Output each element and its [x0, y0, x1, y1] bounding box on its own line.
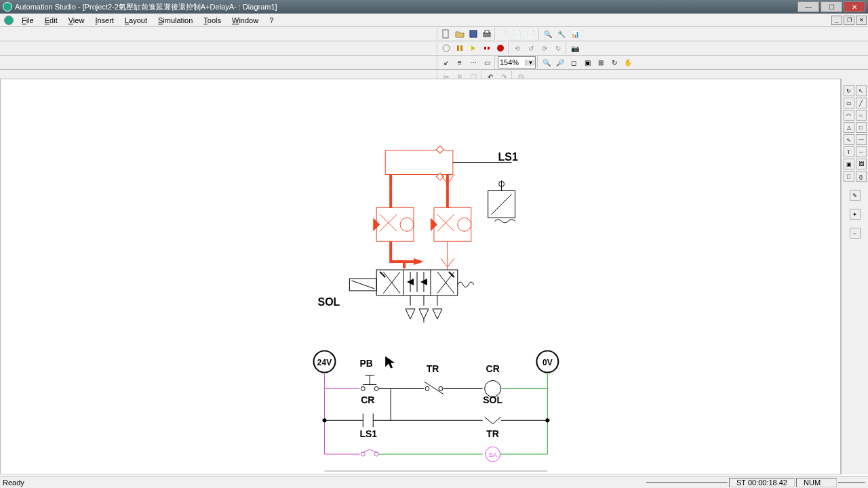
mdi-controls: _ ❐ ✕ [830, 16, 867, 25]
tool-arc[interactable]: ◠ [844, 110, 854, 121]
menu-view[interactable]: View [63, 15, 90, 26]
open-button[interactable] [454, 28, 466, 40]
menu-window[interactable]: Window [226, 15, 264, 26]
menu-view-label: iew [73, 16, 85, 24]
svg-point-29 [361, 386, 365, 390]
svg-point-9 [497, 45, 504, 52]
tool-group[interactable]: ▣ [844, 159, 854, 169]
sim-run-button[interactable] [440, 42, 452, 54]
doc-icon [4, 16, 14, 25]
svg-rect-5 [457, 45, 459, 51]
svg-rect-3 [485, 30, 489, 33]
sa-label: SA [489, 451, 497, 458]
sim-slow-button[interactable] [481, 42, 493, 54]
cylinder-symbol [385, 146, 511, 188]
mdi-close-button[interactable]: ✕ [856, 16, 867, 25]
tool-box[interactable]: □ [856, 122, 867, 133]
tool-code[interactable]: {} [856, 171, 867, 182]
camera-button[interactable]: 📷 [569, 42, 581, 54]
svg-point-51 [361, 452, 365, 456]
menu-insert-label: nsert [97, 16, 113, 24]
line3-button[interactable]: ⋯ [467, 56, 479, 68]
flow-control-left [373, 188, 414, 255]
chart-button[interactable]: 📊 [569, 28, 581, 40]
svg-point-49 [545, 418, 549, 422]
tool-pen[interactable]: ✎ [850, 190, 861, 201]
info-button[interactable]: 🔧 [555, 28, 568, 40]
menu-edit[interactable]: Edit [39, 15, 63, 26]
doc3-button[interactable]: 📄 [525, 28, 537, 40]
tool-refresh[interactable]: ↻ [844, 85, 854, 96]
menu-file[interactable]: File [16, 15, 39, 26]
tool-image[interactable]: 🖼 [856, 159, 867, 169]
zoom-select[interactable]: 154% ▼ [498, 56, 536, 68]
svg-rect-6 [460, 45, 462, 51]
tool-rect[interactable]: ▭ [844, 98, 854, 108]
new-button[interactable] [440, 28, 452, 40]
svg-point-4 [443, 45, 450, 52]
tool-text[interactable]: T [844, 146, 854, 157]
mouse-cursor [385, 357, 395, 369]
tool-poly[interactable]: △ [844, 122, 854, 133]
save-button[interactable] [467, 28, 479, 40]
doc2-button[interactable]: 📄 [511, 28, 524, 40]
sim-step-button[interactable] [467, 42, 479, 54]
sim-x4-button[interactable]: ↻ [552, 42, 564, 54]
mdi-restore-button[interactable]: ❐ [844, 16, 854, 25]
pb-label: PB [360, 358, 373, 369]
sim-pause-button[interactable] [454, 42, 466, 54]
tool-dim[interactable]: ↔ [856, 146, 867, 157]
line4-button[interactable]: ▭ [481, 56, 493, 68]
zoom-dropdown-icon[interactable]: ▼ [526, 60, 535, 66]
zoom-window-button[interactable]: ◻ [568, 56, 580, 68]
tool-line[interactable]: ╱ [856, 98, 867, 108]
sim-x3-button[interactable]: ⟳ [538, 42, 551, 54]
line2-button[interactable]: ≡ [454, 56, 466, 68]
svg-rect-18 [434, 207, 471, 241]
sim-x1-button[interactable]: ⟲ [511, 42, 524, 54]
zoom-fit-button[interactable]: ▣ [581, 56, 593, 68]
doc1-button[interactable]: 📄 [498, 28, 510, 40]
mdi-minimize-button[interactable]: _ [831, 16, 842, 25]
status-bar: Ready ST 00:00:18.42 NUM [0, 476, 868, 488]
svg-rect-13 [436, 173, 443, 180]
menu-layout[interactable]: Layout [119, 15, 153, 26]
svg-point-52 [374, 452, 378, 456]
menu-help[interactable]: ? [264, 15, 279, 26]
svg-point-36 [439, 386, 443, 390]
tool-pointer[interactable]: ↖ [856, 85, 867, 96]
zoom-out-button[interactable]: 🔎 [554, 56, 566, 68]
menu-simulation[interactable]: Simulation [153, 15, 198, 26]
zoom-in-button[interactable]: 🔍 [540, 56, 553, 68]
line-style-button[interactable]: ↙ [440, 56, 452, 68]
diagram-canvas[interactable]: LS1 [0, 79, 841, 474]
print-button[interactable] [481, 28, 493, 40]
find-button[interactable]: 🔍 [542, 28, 554, 40]
menu-tools[interactable]: Tools [198, 15, 226, 26]
toolbar-1: 📄 📄 📄 🔍 🔧 📊 [0, 27, 868, 41]
menu-insert[interactable]: Insert [90, 15, 119, 26]
tool-curve[interactable]: ∿ [844, 134, 854, 145]
close-button[interactable]: ✕ [844, 1, 865, 12]
menu-tools-label: ools [208, 16, 221, 24]
svg-point-19 [458, 218, 471, 231]
ladder-0v-label: 0V [542, 358, 553, 367]
status-ready: Ready [3, 479, 645, 487]
tool-connect[interactable]: ⎓ [850, 228, 861, 239]
ladder-diagram: 24V 0V PB TR CR CR SOL [314, 351, 559, 471]
refresh-button[interactable]: ↻ [608, 56, 620, 68]
app-icon [3, 2, 12, 12]
tool-field[interactable]: ⎕ [844, 171, 854, 182]
menu-bar: File Edit View Insert Layout Simulation … [0, 14, 868, 27]
pan-button[interactable]: ✋ [622, 56, 634, 68]
minimize-button[interactable]: — [797, 1, 819, 12]
tool-ellipse[interactable]: ○ [856, 110, 867, 121]
ls1-contact-label: LS1 [359, 428, 377, 439]
tool-spline[interactable]: 〰 [856, 134, 867, 145]
grid-button[interactable]: ⊞ [595, 56, 607, 68]
maximize-button[interactable]: ☐ [821, 1, 842, 12]
svg-rect-1 [470, 30, 477, 37]
sim-stop-button[interactable] [494, 42, 507, 54]
tool-node[interactable]: ✦ [850, 209, 861, 220]
sim-x2-button[interactable]: ↺ [525, 42, 537, 54]
